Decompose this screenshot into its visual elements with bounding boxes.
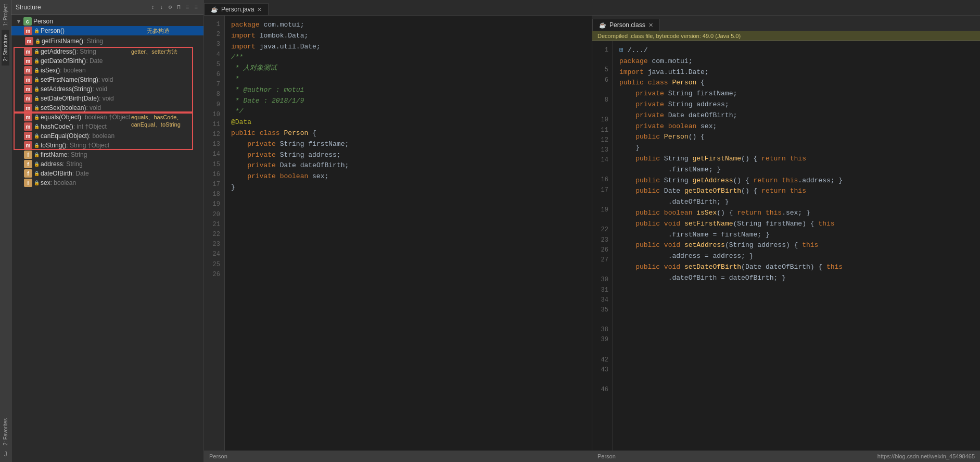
project-tab[interactable]: 1: Project	[2, 0, 9, 30]
tree-item-address-field[interactable]: f 🔒 address : String	[11, 159, 203, 169]
tree-item-constructor[interactable]: m 🔒 Person() 无参构造	[11, 26, 203, 35]
tree-item-setdateofbirth[interactable]: m 🔒 setDateOfBirth(Date) : void	[11, 94, 203, 103]
favorites-tab[interactable]: 2: Favorites	[2, 414, 9, 449]
tree-item-hashcode[interactable]: m 🔒 hashCode() : int †Object	[11, 122, 203, 131]
tree-container: ▼ c Person m 🔒 Person() 无参构造 m 🔒 getFirs…	[11, 17, 203, 188]
tab-bar-class: ☕ Person.class ✕	[592, 16, 980, 31]
structure-header: Structure ↕ ↓ ⚙ ⊓ ≡ ≡	[11, 0, 203, 15]
editors-container: 1 2 3 4 5 6 7 8 9 10 11 12 13 14	[204, 16, 980, 462]
field-type: : String	[67, 151, 87, 158]
tree-item-getdateofbirth[interactable]: m 🔒 getDateOfBirth() : Date	[11, 56, 203, 66]
tree-item-sex-field[interactable]: f 🔒 sex : boolean	[11, 178, 203, 188]
line-numbers-class: 1 2 5 6 7 8 9 10 11 12 13 14 15 16	[592, 41, 613, 451]
pin-btn[interactable]: ⊓	[175, 3, 182, 11]
field-type: : Date	[72, 170, 89, 177]
method-icon: m	[24, 57, 32, 65]
field-type: : boolean	[50, 179, 76, 186]
tab-class-close-btn[interactable]: ✕	[648, 22, 653, 29]
class-label: Person	[33, 18, 53, 25]
return-type: : String	[77, 48, 96, 55]
sort-btn[interactable]: ↓	[158, 4, 165, 11]
method-label: canEqual(Object)	[41, 132, 89, 140]
method-label: getDateOfBirth()	[41, 57, 86, 65]
settings-btn[interactable]: ⚙	[167, 3, 174, 11]
lock-icon: 🔒	[34, 115, 40, 120]
method-label: hashCode()	[41, 123, 73, 130]
tree-item-getfirstname[interactable]: m 🔒 getFirstName() : String	[11, 35, 203, 47]
java-code-text[interactable]: package com.motui; import lombok.Data; i…	[225, 16, 592, 451]
method-label: getFirstName()	[42, 38, 83, 45]
lock-icon: 🔒	[34, 68, 40, 73]
lock-icon: 🔒	[34, 143, 40, 148]
return-type: : void	[98, 76, 113, 83]
tree-item-getaddress[interactable]: m 🔒 getAddress() : String	[11, 47, 203, 56]
return-type: : int †Object	[73, 123, 107, 130]
field-icon: f	[24, 169, 32, 178]
tree-item-person-class[interactable]: ▼ c Person	[11, 17, 203, 26]
expand-btn[interactable]: ≡	[184, 4, 191, 11]
lock-icon: 🔒	[34, 96, 40, 101]
collapse-btn[interactable]: ≡	[193, 4, 199, 11]
method-label: getAddress()	[41, 48, 77, 55]
lock-icon: 🔒	[34, 133, 40, 139]
person-class-editor: ☕ Person.class ✕ Decompiled .class file,…	[592, 16, 980, 462]
lock-icon: 🔒	[34, 152, 40, 157]
method-label: setAddress(String)	[41, 85, 92, 93]
tree-item-setaddress[interactable]: m 🔒 setAddress(String) : void	[11, 84, 203, 94]
jrebel-icon: J	[0, 449, 11, 460]
method-label: Person()	[41, 27, 65, 34]
tree-item-tostring[interactable]: m 🔒 toString() : String †Object	[11, 141, 203, 150]
class-code-text[interactable]: ⊞ /.../ package com.motui; import java.u…	[613, 41, 980, 451]
structure-tree: ▼ c Person m 🔒 Person() 无参构造 m 🔒 getFirs…	[11, 15, 203, 462]
lock-icon: 🔒	[34, 86, 40, 92]
java-code-content: 1 2 3 4 5 6 7 8 9 10 11 12 13 14	[204, 16, 592, 451]
structure-panel: Structure ↕ ↓ ⚙ ⊓ ≡ ≡ ▼ c Person	[11, 0, 204, 462]
tab-bar-java: ☕ Person.java ✕	[204, 0, 980, 16]
tree-item-setsex[interactable]: m 🔒 setSex(boolean) : void	[11, 103, 203, 113]
tab-close-btn[interactable]: ✕	[257, 6, 262, 13]
left-side-panel: 1: Project 2: Structure 2: Favorites J	[0, 0, 11, 462]
return-type: : String	[83, 38, 103, 45]
sort-alpha-btn[interactable]: ↕	[149, 4, 156, 11]
field-label: sex	[41, 179, 50, 186]
method-icon: m	[24, 66, 32, 74]
field-label: firstName	[41, 151, 67, 158]
tab-person-class[interactable]: ☕ Person.class ✕	[592, 19, 660, 31]
method-icon: m	[25, 37, 33, 45]
field-label: dateOfBirth	[41, 170, 72, 177]
tab-person-java[interactable]: ☕ Person.java ✕	[204, 3, 269, 15]
method-icon: m	[24, 141, 32, 149]
tree-item-canequal[interactable]: m 🔒 canEqual(Object) : boolean	[11, 131, 203, 141]
lock-icon: 🔒	[34, 77, 40, 82]
annotation-wucan: 无参构造	[147, 27, 170, 35]
java-file-icon: ☕	[211, 6, 218, 13]
tree-item-setfirstname[interactable]: m 🔒 setFirstName(String) : void	[11, 75, 203, 84]
tree-item-equals[interactable]: m 🔒 equals(Object) : boolean †Object	[11, 113, 203, 122]
tree-item-dateofbirth-field[interactable]: f 🔒 dateOfBirth : Date	[11, 169, 203, 178]
lock-icon: 🔒	[34, 171, 40, 176]
tab-label: Person.java	[221, 6, 254, 13]
status-left: Person	[209, 453, 227, 459]
field-type: : String	[63, 160, 83, 168]
status-class-right: https://blog.csdn.net/weixin_45498465	[877, 453, 975, 459]
method-label: toString()	[41, 142, 66, 149]
person-java-editor: 1 2 3 4 5 6 7 8 9 10 11 12 13 14	[204, 16, 592, 462]
tree-item-issex[interactable]: m 🔒 isSex() : boolean	[11, 66, 203, 75]
method-icon: m	[24, 85, 32, 93]
class-code-content: 1 2 5 6 7 8 9 10 11 12 13 14 15 16	[592, 41, 980, 451]
lock-icon: 🔒	[34, 180, 40, 185]
structure-title: Structure	[16, 4, 41, 11]
return-type: : boolean	[60, 67, 85, 74]
method-label: setSex(boolean)	[41, 104, 86, 111]
method-label: setFirstName(String)	[41, 76, 98, 83]
lock-icon: 🔒	[34, 105, 40, 110]
method-icon: m	[24, 132, 32, 140]
method-icon: m	[24, 47, 32, 56]
method-icon-m: m	[24, 27, 32, 35]
tree-item-firstname-field[interactable]: f 🔒 firstName : String	[11, 150, 203, 159]
class-icon: c	[23, 17, 32, 26]
lock-icon: 🔒	[34, 58, 40, 64]
status-class-left: Person	[597, 453, 616, 459]
editor-area: ☕ Person.java ✕ 1 2 3 4 5 6 7 8	[204, 0, 980, 462]
structure-tab[interactable]: 2: Structure	[2, 30, 9, 66]
